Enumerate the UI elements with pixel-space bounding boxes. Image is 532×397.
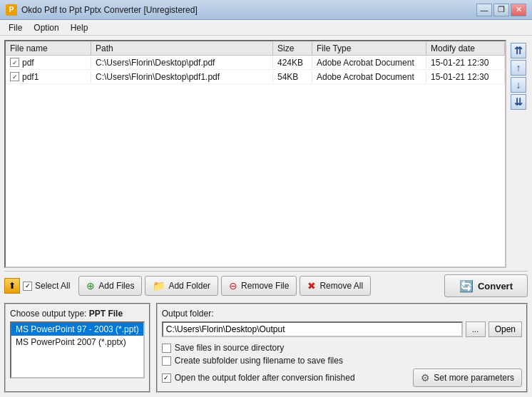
menu-option[interactable]: Option <box>28 21 64 34</box>
create-subfolder-label: Create subfolder using filename to save … <box>175 356 343 366</box>
table-row: ✓ pdf1 C:\Users\Florin\Desktop\pdf1.pdf … <box>6 70 505 84</box>
bottom-section: Choose output type: PPT File MS PowerPoi… <box>4 303 528 393</box>
output-type-title: Choose output type: PPT File <box>10 309 145 319</box>
open-output-checkbox[interactable]: ✓ <box>162 373 171 383</box>
output-folder-panel: Output folder: ... Open Save files in so… <box>156 303 528 393</box>
open-output-label: Open the output folder after conversion … <box>175 373 355 383</box>
cell-size-1: 54KB <box>273 71 312 83</box>
output-folder-row: ... Open <box>162 321 522 337</box>
cell-modifydate-0: 15-01-21 12:30 <box>426 57 505 68</box>
cell-size-0: 424KB <box>273 57 312 68</box>
file-table-area: File name Path Size File Type Modify dat… <box>4 40 528 268</box>
add-folder-icon: 📁 <box>153 280 165 292</box>
col-filetype: File Type <box>312 42 426 55</box>
select-all-label: Select All <box>35 281 70 291</box>
select-all-checkbox[interactable]: ✓ <box>23 282 32 291</box>
create-subfolder-checkbox[interactable] <box>162 356 171 366</box>
move-bottom-button[interactable]: ⇊ <box>511 94 526 110</box>
browse-folder-button[interactable]: ... <box>466 321 486 337</box>
output-folder-input[interactable] <box>162 321 463 337</box>
col-filename: File name <box>6 42 91 55</box>
minimize-button[interactable]: — <box>476 4 492 16</box>
cell-filetype-1: Adobe Acrobat Document <box>312 71 426 83</box>
output-type-panel: Choose output type: PPT File MS PowerPoi… <box>4 303 150 393</box>
window-title: Okdo Pdf to Ppt Pptx Converter [Unregist… <box>21 5 476 15</box>
restore-button[interactable]: ❐ <box>493 4 509 16</box>
output-type-item-0[interactable]: MS PowerPoint 97 - 2003 (*.ppt) <box>11 323 143 336</box>
cell-path-0: C:\Users\Florin\Desktop\pdf.pdf <box>91 57 273 68</box>
file-table: File name Path Size File Type Modify dat… <box>4 40 506 268</box>
side-buttons: ⇈ ↑ ↓ ⇊ <box>509 40 528 268</box>
titlebar: P Okdo Pdf to Ppt Pptx Converter [Unregi… <box>0 0 532 20</box>
row-checkbox-0[interactable]: ✓ <box>10 58 19 67</box>
remove-all-button[interactable]: ✖ Remove All <box>300 276 371 296</box>
close-button[interactable]: ✕ <box>511 4 526 16</box>
menu-help[interactable]: Help <box>65 21 94 34</box>
main-content: File name Path Size File Type Modify dat… <box>0 36 532 397</box>
app-icon: P <box>6 4 17 16</box>
upload-small-button[interactable]: ⬆ <box>4 278 20 294</box>
save-source-label: Save files in source directory <box>175 343 284 353</box>
menubar: File Option Help <box>0 20 532 36</box>
toolbar-row: ⬆ ✓ Select All ⊕ Add Files 📁 Add Folder … <box>4 271 528 300</box>
move-up-button[interactable]: ↑ <box>511 60 526 76</box>
set-more-params-button[interactable]: ⚙ Set more parameters <box>413 368 522 387</box>
remove-all-icon: ✖ <box>307 280 316 292</box>
cell-path-1: C:\Users\Florin\Desktop\pdf1.pdf <box>91 71 273 83</box>
window-controls: — ❐ ✕ <box>476 4 526 16</box>
add-files-icon: ⊕ <box>86 280 95 292</box>
cell-filename-1: ✓ pdf1 <box>6 71 91 83</box>
save-source-checkbox[interactable] <box>162 344 171 353</box>
output-type-list[interactable]: MS PowerPoint 97 - 2003 (*.ppt) MS Power… <box>10 321 145 378</box>
checkbox-row-0: Save files in source directory <box>162 343 522 353</box>
remove-file-button[interactable]: ⊖ Remove File <box>221 276 297 296</box>
table-header: File name Path Size File Type Modify dat… <box>6 41 505 56</box>
move-top-button[interactable]: ⇈ <box>511 43 526 58</box>
col-size: Size <box>273 42 312 55</box>
row-checkbox-1[interactable]: ✓ <box>10 72 19 81</box>
output-type-item-1[interactable]: MS PowerPoint 2007 (*.pptx) <box>11 336 143 349</box>
open-folder-button[interactable]: Open <box>488 321 522 337</box>
cell-modifydate-1: 15-01-21 12:30 <box>426 71 505 83</box>
output-folder-title: Output folder: <box>162 309 522 319</box>
checkbox-row-2: ✓ Open the output folder after conversio… <box>162 373 355 383</box>
cell-filetype-0: Adobe Acrobat Document <box>312 57 426 68</box>
cell-filename-0: ✓ pdf <box>6 57 91 68</box>
convert-button[interactable]: 🔄 Convert <box>444 274 528 297</box>
gear-icon: ⚙ <box>421 372 430 383</box>
table-row: ✓ pdf C:\Users\Florin\Desktop\pdf.pdf 42… <box>6 56 505 70</box>
remove-file-icon: ⊖ <box>229 280 237 292</box>
checkbox-row-1: Create subfolder using filename to save … <box>162 356 522 366</box>
menu-file[interactable]: File <box>3 21 28 34</box>
move-down-button[interactable]: ↓ <box>511 77 526 93</box>
col-path: Path <box>91 42 273 55</box>
add-files-button[interactable]: ⊕ Add Files <box>78 276 142 296</box>
add-folder-button[interactable]: 📁 Add Folder <box>145 276 218 296</box>
col-modifydate: Modify date <box>426 42 505 55</box>
select-all-area: ⬆ ✓ Select All <box>4 278 70 294</box>
convert-icon: 🔄 <box>459 279 474 293</box>
table-body: ✓ pdf C:\Users\Florin\Desktop\pdf.pdf 42… <box>6 56 505 267</box>
